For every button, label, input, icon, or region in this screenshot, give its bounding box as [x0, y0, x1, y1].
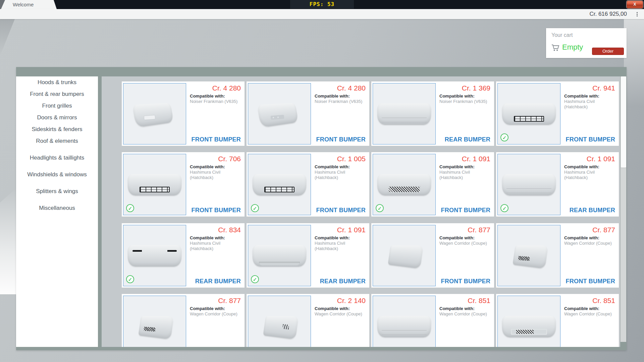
owned-check-icon: ✓	[126, 275, 134, 283]
price-label: Cr. 1 091	[337, 226, 366, 234]
price-label: Cr. 1 005	[337, 155, 366, 163]
sidebar-category-item[interactable]: Windshields & windows	[16, 169, 98, 180]
order-button[interactable]: Order	[592, 48, 624, 55]
part-type-label: FRONT BUMPER	[192, 136, 241, 143]
product-card[interactable]: ✓ Cr. 851 Compatible with: Wagen Corrido…	[496, 294, 619, 347]
product-card[interactable]: ✓ Cr. 834 Compatible with: Hashimura Civ…	[122, 223, 245, 288]
close-button[interactable]: X	[627, 1, 643, 8]
bumper-image	[253, 174, 306, 195]
compatible-models: Hashimura Civil (Hatchback)	[315, 241, 345, 251]
sidebar-category-item[interactable]: Hoods & trunks	[16, 76, 98, 88]
compatible-models: Hashimura Civil (Hatchback)	[564, 170, 595, 180]
cart-title: Your cart	[551, 32, 573, 38]
bumper-image	[253, 316, 306, 337]
bumper-image	[377, 316, 431, 337]
cart-status: Empty	[562, 43, 583, 52]
price-label: Cr. 877	[218, 297, 241, 305]
sidebar-category-item[interactable]: Sideskirts & fenders	[16, 123, 98, 135]
part-type-label: FRONT BUMPER	[441, 207, 490, 214]
part-type-label: FRONT BUMPER	[566, 278, 615, 285]
sidebar-category-item[interactable]: Doors & mirrors	[16, 112, 98, 123]
cart-icon	[551, 43, 560, 54]
product-image-box: ✓	[248, 225, 311, 286]
compatible-models: Hashimura Civil (Hatchback)	[315, 170, 345, 180]
part-type-label: FRONT BUMPER	[566, 136, 615, 143]
background-wedge	[0, 19, 15, 56]
fps-counter: FPS: 53	[290, 0, 354, 9]
product-card[interactable]: ✓ Cr. 4 280 Compatible with: Noiser Fran…	[247, 81, 369, 146]
credits-balance: Cr. 616 925,00	[589, 9, 627, 19]
compatible-models: Wagen Corridor (Coupe)	[439, 241, 487, 246]
compatible-models: Wagen Corridor (Coupe)	[564, 241, 612, 246]
product-card[interactable]: ✓ Cr. 1 091 Compatible with: Hashimura C…	[247, 223, 369, 288]
sidebar-category-item[interactable]: Front & rear bumpers	[16, 88, 98, 100]
product-image-box: ✓	[248, 154, 311, 215]
compatible-label: Compatible with:	[190, 164, 225, 169]
product-image-box: ✓	[123, 83, 186, 144]
part-type-label: REAR BUMPER	[445, 136, 490, 143]
price-label: Cr. 1 091	[587, 155, 615, 163]
bumper-image	[377, 245, 431, 266]
compatible-models: Hashimura Civil (Hatchback)	[564, 99, 595, 110]
product-card[interactable]: ✓ Cr. 1 369 Compatible with: Noiser Fran…	[371, 81, 494, 146]
product-card[interactable]: ✓ Cr. 877 Compatible with: Wagen Corrido…	[496, 223, 619, 288]
compatible-models: Noiser Frankman (V635)	[439, 99, 487, 104]
product-card[interactable]: ✓ Cr. 1 005 Compatible with: Hashimura C…	[247, 152, 369, 217]
compatible-models: Hashimura Civil (Hatchback)	[439, 170, 470, 180]
product-image-box: ✓	[123, 225, 186, 286]
price-label: Cr. 851	[468, 297, 490, 305]
product-card[interactable]: ✓ Cr. 877 Compatible with: Wagen Corrido…	[371, 223, 494, 288]
product-image-box: ✓	[373, 83, 436, 144]
sidebar-category-item[interactable]: Headlights & taillights	[16, 152, 98, 164]
scrollbar-thumb[interactable]	[621, 76, 626, 168]
product-image-box: ✓	[248, 296, 311, 347]
price-label: Cr. 851	[592, 297, 615, 305]
compatible-label: Compatible with:	[315, 164, 350, 169]
kebab-menu-icon[interactable]	[634, 11, 640, 17]
compatible-label: Compatible with:	[439, 235, 475, 240]
product-card[interactable]: ✓ Cr. 851 Compatible with: Wagen Corrido…	[371, 294, 494, 347]
product-card[interactable]: ✓ Cr. 877 Compatible with: Wagen Corrido…	[122, 294, 245, 347]
price-label: Cr. 834	[218, 226, 241, 234]
owned-check-icon: ✓	[376, 204, 384, 212]
sidebar-category-item[interactable]: Front grilles	[16, 100, 98, 112]
compatible-models: Noiser Frankman (V635)	[315, 99, 362, 104]
scrollbar-track[interactable]	[620, 76, 626, 342]
price-label: Cr. 941	[592, 84, 615, 92]
product-card[interactable]: ✓ Cr. 2 140 Compatible with: Wagen Corri…	[247, 294, 369, 347]
compatible-label: Compatible with:	[564, 164, 599, 169]
product-card[interactable]: ✓ Cr. 706 Compatible with: Hashimura Civ…	[122, 152, 245, 217]
price-label: Cr. 4 280	[337, 84, 366, 92]
price-label: Cr. 1 369	[462, 84, 490, 92]
background-light-beam	[0, 188, 17, 294]
tab-welcome[interactable]: Welcome	[0, 0, 58, 9]
sidebar-category-item[interactable]: Roof & elements	[16, 135, 98, 147]
compatible-models: Wagen Corridor (Coupe)	[439, 311, 487, 317]
product-card[interactable]: ✓ Cr. 1 091 Compatible with: Hashimura C…	[496, 152, 619, 217]
compatible-label: Compatible with:	[190, 306, 225, 311]
price-label: Cr. 2 140	[337, 297, 366, 305]
product-card[interactable]: ✓ Cr. 941 Compatible with: Hashimura Civ…	[496, 81, 619, 146]
compatible-models: Hashimura Civil (Hatchback)	[190, 241, 220, 251]
compatible-label: Compatible with:	[439, 164, 475, 169]
compatible-label: Compatible with:	[315, 94, 350, 99]
sidebar-category-item[interactable]: Miscellaneous	[16, 202, 98, 214]
owned-check-icon: ✓	[251, 275, 259, 283]
price-label: Cr. 1 091	[462, 155, 490, 163]
product-card[interactable]: ✓ Cr. 1 091 Compatible with: Hashimura C…	[371, 152, 494, 217]
compatible-models: Wagen Corridor (Coupe)	[190, 311, 237, 317]
product-card[interactable]: ✓ Cr. 4 280 Compatible with: Noiser Fran…	[122, 81, 245, 146]
sidebar-category-item[interactable]: Splitters & wings	[16, 185, 98, 197]
bumper-image	[502, 174, 556, 195]
bumper-image	[377, 174, 431, 195]
compatible-label: Compatible with:	[439, 306, 475, 311]
bumper-image	[128, 316, 181, 337]
part-type-label: REAR BUMPER	[195, 278, 241, 285]
part-type-label: REAR BUMPER	[320, 278, 366, 285]
product-image-box: ✓	[123, 154, 186, 215]
owned-check-icon: ✓	[500, 133, 508, 141]
compatible-label: Compatible with:	[190, 235, 225, 240]
price-label: Cr. 877	[592, 226, 615, 234]
price-label: Cr. 706	[218, 155, 241, 163]
parts-grid: ✓ Cr. 4 280 Compatible with: Noiser Fran…	[102, 76, 620, 347]
